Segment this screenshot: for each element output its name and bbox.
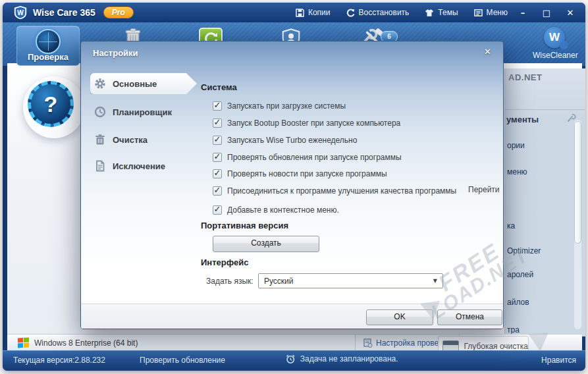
sidebar-item-exclusion-label: Исключение (113, 161, 165, 171)
right-tools-panel: ументы ории меню ка Optimizer аролей айл… (504, 68, 585, 336)
menu-label: Меню (487, 8, 508, 17)
dialog-title: Настройки (93, 48, 138, 58)
menu-button[interactable]: Меню (474, 8, 508, 17)
os-label: Windows 8 Enterprise (64 bit) (34, 338, 138, 348)
option-label: Присоединиться к программе улучшения кач… (227, 186, 456, 196)
sidebar-item-scheduler[interactable]: Планировщик (94, 104, 172, 120)
section-title-portable: Портативная версия (201, 221, 288, 230)
panel-divider (505, 109, 585, 110)
document-icon (94, 160, 106, 172)
alarm-clock-icon (285, 354, 296, 364)
tshirt-icon (425, 9, 434, 17)
section-title-interface: Интерфейс (201, 257, 248, 267)
brand-name: WiseCleaner (533, 51, 576, 60)
option-row: ✓ Присоединиться к программе улучшения к… (213, 185, 456, 196)
cancel-button[interactable]: Отмена (437, 309, 502, 325)
trash-small-icon (94, 134, 106, 146)
option-row: ✓ Проверять новости при запуске программ… (213, 168, 387, 179)
sidebar-item-exclusion[interactable]: Исключение (94, 158, 165, 174)
language-select[interactable]: Русский ▼ (258, 273, 443, 288)
backups-label: Копии (308, 8, 331, 17)
question-glyph: ? (31, 84, 70, 124)
svg-text:W: W (17, 9, 24, 16)
tool-item[interactable]: меню (507, 167, 527, 176)
version-label: Текущая версия:2.88.232 (13, 356, 105, 365)
menu-list-icon (474, 9, 483, 17)
close-button[interactable]: ✕ (564, 8, 576, 18)
radar-icon (36, 29, 61, 54)
scrollbar-thumb[interactable] (574, 121, 581, 244)
create-portable-button[interactable]: Создать (213, 236, 319, 252)
bottom-bar: Текущая версия:2.88.232 Проверить обновл… (3, 350, 585, 371)
restore-button[interactable]: Восстановить (346, 8, 410, 17)
checkbox-checked[interactable]: ✓ (213, 119, 222, 128)
option-label: Запускать Wise Turbo еженедельно (227, 136, 357, 145)
checkbox-checked[interactable]: ✓ (213, 186, 222, 196)
option-row: ✓ Запускать Wise Turbo еженедельно (213, 134, 357, 146)
pro-badge: Pro (103, 7, 134, 18)
checkbox-checked[interactable]: ✓ (213, 101, 222, 111)
task-status-label: Задача не запланирована. (300, 354, 398, 363)
themes-label: Темы (438, 8, 458, 17)
windows-logo-icon (18, 337, 29, 348)
scan-help-button[interactable]: ? (23, 76, 85, 138)
checkbox-checked[interactable]: ✓ (213, 136, 222, 145)
sidebar-item-exclusion-label0: Очистка (113, 135, 147, 145)
language-value: Русский (264, 277, 433, 286)
tool-item[interactable]: ории (507, 141, 525, 150)
sidebar-item-general[interactable]: Основные (94, 76, 157, 92)
tool-item[interactable]: Optimizer (507, 246, 541, 255)
checkbox-checked[interactable]: ✓ (213, 153, 222, 162)
backups-button[interactable]: Копии (296, 8, 331, 17)
restore-label: Восстановить (359, 8, 410, 17)
screenshot-stage: W Wise Care 365 Pro Копии (0, 0, 588, 374)
dialog-footer: OK Отмена (81, 304, 503, 329)
tools-panel-header: ументы (506, 115, 539, 124)
option-label: Проверять обновления при запуске програм… (227, 153, 402, 162)
option-label: Добавьте в контекстное меню. (227, 205, 339, 215)
sidebar-item-cleanup[interactable]: Очистка (94, 132, 147, 147)
option-label: Запуск Bootup Booster при запуске компью… (227, 119, 400, 128)
clock-icon (94, 106, 106, 118)
themes-button[interactable]: Темы (425, 8, 458, 17)
option-row: ✓ Запуск Bootup Booster при запуске комп… (213, 117, 400, 128)
option-row: ✓ Проверять обновления при запуске прогр… (213, 151, 402, 163)
option-row: ✓ Добавьте в контекстное меню. (213, 204, 339, 215)
tab-scan[interactable]: Проверка (16, 26, 80, 66)
restore-arrow-icon (346, 9, 355, 17)
gear-icon (94, 78, 106, 90)
go-link[interactable]: Перейти (468, 185, 500, 194)
brand-initial: W (544, 27, 565, 48)
maximize-button[interactable]: □ (541, 8, 552, 18)
checkbox-checked[interactable]: ✓ (213, 169, 222, 178)
option-label: Проверять новости при запуске программы (227, 169, 387, 178)
like-link[interactable]: Нравится (541, 356, 576, 365)
question-circle-icon: ? (28, 81, 74, 127)
option-label: Запускать при загрузке системы (227, 101, 346, 111)
status-bar: Windows 8 Enterprise (64 bit) Настройка … (7, 334, 582, 350)
sidebar-item-general-label: Основные (113, 79, 157, 89)
tool-item[interactable]: тра (507, 325, 520, 334)
app-title: Wise Care 365 (33, 7, 95, 18)
language-label: Задать язык: (206, 277, 254, 286)
titlebar: W Wise Care 365 Pro Копии (3, 3, 585, 22)
option-row: ✓ Запускать при загрузке системы (213, 100, 346, 111)
checkbox-checked[interactable]: ✓ (213, 205, 222, 215)
tool-item[interactable]: аролей (507, 270, 533, 279)
minimize-button[interactable]: – (517, 8, 529, 18)
settings-list-icon (363, 338, 373, 348)
wisecleaner-logo-icon: W (544, 27, 565, 48)
tool-item[interactable]: айлов (507, 298, 529, 307)
check-update-link[interactable]: Проверить обновление (140, 356, 225, 365)
titlebar-menu: Копии Восстановить Темы (296, 3, 508, 22)
chevron-down-icon: ▼ (433, 278, 437, 284)
tool-item[interactable]: ка (507, 221, 515, 230)
scrollbar[interactable] (574, 120, 581, 329)
deep-clean-label: Глубокая очистка (464, 342, 528, 351)
window-controls: – □ ✕ (517, 3, 576, 22)
brand[interactable]: W WiseCleaner (533, 27, 576, 60)
dialog-close-button[interactable]: ✕ (484, 47, 491, 57)
task-status: Задача не запланирована. (285, 354, 398, 364)
ok-button[interactable]: OK (366, 309, 433, 325)
os-info: Windows 8 Enterprise (64 bit) (18, 334, 138, 351)
